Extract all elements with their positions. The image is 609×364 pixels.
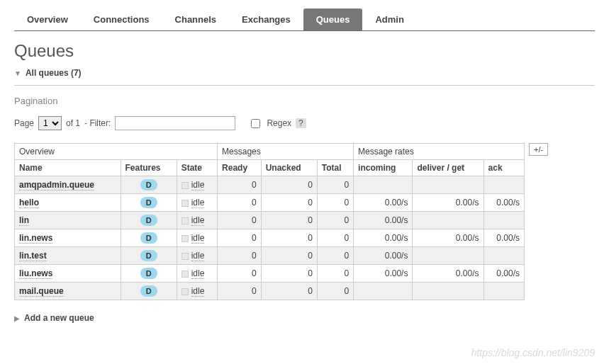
tab-queues[interactable]: Queues [303,8,363,30]
filter-input[interactable] [115,116,235,130]
table-row: liu.newsDidle0000.00/s0.00/s0.00/s [15,265,525,283]
cell-deliver [413,176,484,194]
state-text: idle [191,268,205,279]
feature-badge: D [140,285,157,297]
add-queue-label: Add a new queue [24,313,94,323]
feature-badge: D [140,197,157,208]
feature-badge: D [140,179,157,190]
cell-ack [484,176,524,194]
state-text: idle [191,286,205,297]
group-messages: Messages [218,144,354,160]
cell-total: 0 [317,265,353,283]
queue-link[interactable]: lin.news [19,233,52,244]
state-icon [181,182,189,189]
cell-ready: 0 [218,229,262,247]
cell-unacked: 0 [261,229,317,247]
col-unacked[interactable]: Unacked [261,160,317,176]
queue-link[interactable]: hello [19,198,39,208]
col-ack[interactable]: ack [484,160,524,176]
tab-overview[interactable]: Overview [14,8,81,30]
cell-incoming: 0.00/s [354,194,413,212]
col-name[interactable]: Name [15,160,121,176]
group-message-rates: Message rates [354,144,525,160]
chevron-right-icon: ▶ [14,314,20,322]
cell-ready: 0 [218,283,262,300]
regex-help-icon[interactable]: ? [296,118,306,128]
cell-deliver: 0.00/s [413,194,484,212]
state-text: idle [191,215,205,226]
cell-unacked: 0 [261,176,317,194]
page-title: Queues [14,41,595,61]
cell-unacked: 0 [261,247,317,265]
cell-ack [484,212,524,229]
col-features[interactable]: Features [121,160,177,176]
cell-deliver: 0.00/s [413,265,484,283]
tab-admin[interactable]: Admin [362,8,416,30]
regex-label: Regex [267,118,291,128]
col-ready[interactable]: Ready [218,160,262,176]
col-incoming[interactable]: incoming [354,160,413,176]
cell-ack: 0.00/s [484,265,524,283]
add-queue-toggle[interactable]: ▶ Add a new queue [14,313,595,323]
cell-total: 0 [317,247,353,265]
tab-connections[interactable]: Connections [81,8,162,30]
columns-toggle-button[interactable]: +/- [529,143,548,156]
page-select[interactable]: 1 [38,116,62,130]
queue-link[interactable]: liu.news [19,268,52,279]
feature-badge: D [140,215,157,226]
queue-link[interactable]: lin [19,215,29,226]
cell-ready: 0 [218,247,262,265]
chevron-down-icon: ▼ [14,69,21,77]
state-text: idle [191,233,205,244]
filter-label: - Filter: [84,118,111,128]
group-overview: Overview [15,144,218,160]
cell-deliver [413,212,484,229]
cell-ack [484,283,524,300]
cell-total: 0 [317,194,353,212]
cell-unacked: 0 [261,265,317,283]
cell-incoming: 0.00/s [354,229,413,247]
queue-link[interactable]: mail.queue [19,286,64,297]
queues-table: Overview Messages Message rates Name Fea… [14,143,525,300]
pagination-controls: Page 1 of 1 - Filter: Regex ? [14,116,595,130]
cell-ready: 0 [218,194,262,212]
feature-badge: D [140,268,157,279]
main-tabs: Overview Connections Channels Exchanges … [14,8,595,31]
cell-ready: 0 [218,176,262,194]
cell-total: 0 [317,176,353,194]
state-icon [181,217,189,224]
cell-ready: 0 [218,265,262,283]
tab-channels[interactable]: Channels [162,8,230,30]
state-icon [181,288,189,295]
all-queues-toggle[interactable]: ▼ All queues (7) [14,65,595,86]
page-of-text: of 1 [66,118,80,128]
table-row: amqpadmin.queueDidle000 [15,176,525,194]
cell-incoming [354,176,413,194]
table-row: helloDidle0000.00/s0.00/s0.00/s [15,194,525,212]
state-text: idle [191,180,205,190]
tab-exchanges[interactable]: Exchanges [229,8,303,30]
table-row: mail.queueDidle000 [15,283,525,300]
col-state[interactable]: State [177,160,217,176]
cell-ready: 0 [218,212,262,229]
cell-deliver [413,247,484,265]
queue-link[interactable]: amqpadmin.queue [19,180,94,190]
cell-unacked: 0 [261,194,317,212]
page-label: Page [14,118,34,128]
all-queues-label: All queues (7) [26,68,82,78]
state-icon [181,271,189,278]
cell-total: 0 [317,283,353,300]
col-total[interactable]: Total [317,160,353,176]
queue-link[interactable]: lin.test [19,251,47,261]
state-icon [181,235,189,242]
cell-incoming: 0.00/s [354,265,413,283]
state-icon [181,253,189,260]
table-row: linDidle0000.00/s [15,212,525,229]
state-text: idle [191,198,205,208]
cell-ack [484,247,524,265]
cell-ack: 0.00/s [484,194,524,212]
regex-checkbox[interactable] [251,119,260,128]
feature-badge: D [140,232,157,244]
cell-ack: 0.00/s [484,229,524,247]
col-deliver[interactable]: deliver / get [413,160,484,176]
